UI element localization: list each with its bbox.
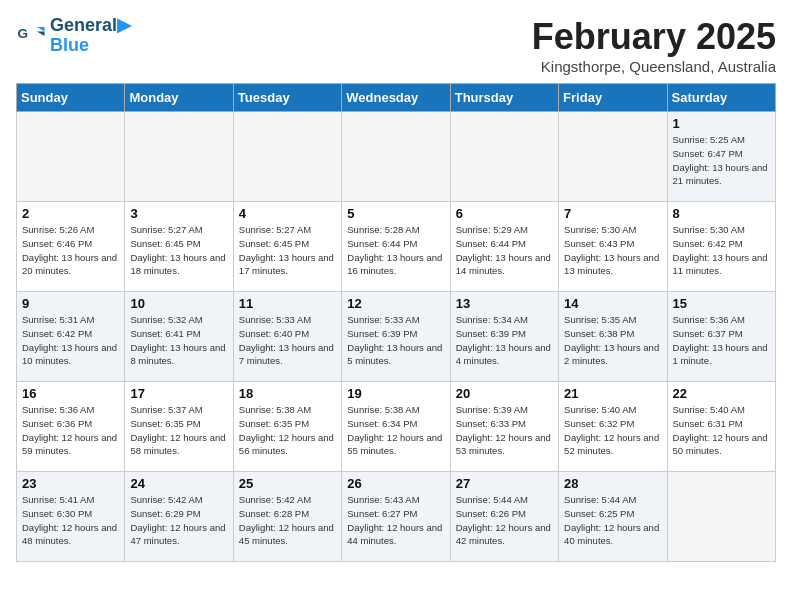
calendar-cell: 13Sunrise: 5:34 AM Sunset: 6:39 PM Dayli… (450, 292, 558, 382)
calendar-cell (559, 112, 667, 202)
calendar-week-row: 16Sunrise: 5:36 AM Sunset: 6:36 PM Dayli… (17, 382, 776, 472)
day-number: 10 (130, 296, 227, 311)
calendar-cell: 27Sunrise: 5:44 AM Sunset: 6:26 PM Dayli… (450, 472, 558, 562)
month-title: February 2025 (532, 16, 776, 58)
day-number: 23 (22, 476, 119, 491)
calendar-cell: 16Sunrise: 5:36 AM Sunset: 6:36 PM Dayli… (17, 382, 125, 472)
calendar-cell: 24Sunrise: 5:42 AM Sunset: 6:29 PM Dayli… (125, 472, 233, 562)
day-number: 9 (22, 296, 119, 311)
header-day-friday: Friday (559, 84, 667, 112)
calendar-cell: 17Sunrise: 5:37 AM Sunset: 6:35 PM Dayli… (125, 382, 233, 472)
calendar-cell: 5Sunrise: 5:28 AM Sunset: 6:44 PM Daylig… (342, 202, 450, 292)
day-number: 8 (673, 206, 770, 221)
day-number: 1 (673, 116, 770, 131)
calendar-cell: 2Sunrise: 5:26 AM Sunset: 6:46 PM Daylig… (17, 202, 125, 292)
day-number: 27 (456, 476, 553, 491)
day-info: Sunrise: 5:28 AM Sunset: 6:44 PM Dayligh… (347, 223, 444, 278)
calendar-cell: 4Sunrise: 5:27 AM Sunset: 6:45 PM Daylig… (233, 202, 341, 292)
header-day-thursday: Thursday (450, 84, 558, 112)
day-info: Sunrise: 5:44 AM Sunset: 6:26 PM Dayligh… (456, 493, 553, 548)
calendar-cell: 22Sunrise: 5:40 AM Sunset: 6:31 PM Dayli… (667, 382, 775, 472)
logo-icon: G (16, 21, 46, 51)
calendar-cell: 11Sunrise: 5:33 AM Sunset: 6:40 PM Dayli… (233, 292, 341, 382)
calendar-week-row: 23Sunrise: 5:41 AM Sunset: 6:30 PM Dayli… (17, 472, 776, 562)
day-info: Sunrise: 5:33 AM Sunset: 6:40 PM Dayligh… (239, 313, 336, 368)
day-info: Sunrise: 5:25 AM Sunset: 6:47 PM Dayligh… (673, 133, 770, 188)
calendar-cell: 1Sunrise: 5:25 AM Sunset: 6:47 PM Daylig… (667, 112, 775, 202)
calendar-cell: 12Sunrise: 5:33 AM Sunset: 6:39 PM Dayli… (342, 292, 450, 382)
day-number: 24 (130, 476, 227, 491)
day-info: Sunrise: 5:42 AM Sunset: 6:29 PM Dayligh… (130, 493, 227, 548)
day-number: 16 (22, 386, 119, 401)
calendar-cell: 28Sunrise: 5:44 AM Sunset: 6:25 PM Dayli… (559, 472, 667, 562)
day-info: Sunrise: 5:30 AM Sunset: 6:43 PM Dayligh… (564, 223, 661, 278)
day-info: Sunrise: 5:32 AM Sunset: 6:41 PM Dayligh… (130, 313, 227, 368)
logo-text-line2: Blue (50, 36, 131, 56)
calendar-cell (450, 112, 558, 202)
calendar-header-row: SundayMondayTuesdayWednesdayThursdayFrid… (17, 84, 776, 112)
calendar-cell: 26Sunrise: 5:43 AM Sunset: 6:27 PM Dayli… (342, 472, 450, 562)
day-number: 5 (347, 206, 444, 221)
calendar-cell: 20Sunrise: 5:39 AM Sunset: 6:33 PM Dayli… (450, 382, 558, 472)
day-info: Sunrise: 5:41 AM Sunset: 6:30 PM Dayligh… (22, 493, 119, 548)
calendar-cell: 15Sunrise: 5:36 AM Sunset: 6:37 PM Dayli… (667, 292, 775, 382)
day-number: 22 (673, 386, 770, 401)
day-info: Sunrise: 5:27 AM Sunset: 6:45 PM Dayligh… (239, 223, 336, 278)
day-info: Sunrise: 5:39 AM Sunset: 6:33 PM Dayligh… (456, 403, 553, 458)
day-info: Sunrise: 5:38 AM Sunset: 6:34 PM Dayligh… (347, 403, 444, 458)
day-number: 6 (456, 206, 553, 221)
calendar-cell (233, 112, 341, 202)
header-day-tuesday: Tuesday (233, 84, 341, 112)
calendar-cell (667, 472, 775, 562)
header-day-wednesday: Wednesday (342, 84, 450, 112)
day-info: Sunrise: 5:43 AM Sunset: 6:27 PM Dayligh… (347, 493, 444, 548)
calendar-cell: 18Sunrise: 5:38 AM Sunset: 6:35 PM Dayli… (233, 382, 341, 472)
day-number: 13 (456, 296, 553, 311)
header-day-monday: Monday (125, 84, 233, 112)
calendar-cell: 10Sunrise: 5:32 AM Sunset: 6:41 PM Dayli… (125, 292, 233, 382)
day-number: 28 (564, 476, 661, 491)
day-number: 18 (239, 386, 336, 401)
logo-text-line1: General▶ (50, 16, 131, 36)
day-info: Sunrise: 5:26 AM Sunset: 6:46 PM Dayligh… (22, 223, 119, 278)
day-number: 26 (347, 476, 444, 491)
calendar-cell: 25Sunrise: 5:42 AM Sunset: 6:28 PM Dayli… (233, 472, 341, 562)
location-subtitle: Kingsthorpe, Queensland, Australia (532, 58, 776, 75)
day-info: Sunrise: 5:31 AM Sunset: 6:42 PM Dayligh… (22, 313, 119, 368)
day-number: 17 (130, 386, 227, 401)
day-number: 25 (239, 476, 336, 491)
calendar-week-row: 2Sunrise: 5:26 AM Sunset: 6:46 PM Daylig… (17, 202, 776, 292)
day-info: Sunrise: 5:27 AM Sunset: 6:45 PM Dayligh… (130, 223, 227, 278)
day-info: Sunrise: 5:29 AM Sunset: 6:44 PM Dayligh… (456, 223, 553, 278)
day-number: 4 (239, 206, 336, 221)
calendar-cell (17, 112, 125, 202)
day-number: 20 (456, 386, 553, 401)
calendar-cell: 9Sunrise: 5:31 AM Sunset: 6:42 PM Daylig… (17, 292, 125, 382)
calendar-week-row: 9Sunrise: 5:31 AM Sunset: 6:42 PM Daylig… (17, 292, 776, 382)
svg-text:G: G (18, 25, 29, 40)
logo: G General▶ Blue (16, 16, 131, 56)
day-number: 19 (347, 386, 444, 401)
calendar-cell: 6Sunrise: 5:29 AM Sunset: 6:44 PM Daylig… (450, 202, 558, 292)
calendar-cell: 19Sunrise: 5:38 AM Sunset: 6:34 PM Dayli… (342, 382, 450, 472)
svg-marker-1 (37, 27, 45, 32)
header-day-sunday: Sunday (17, 84, 125, 112)
day-info: Sunrise: 5:42 AM Sunset: 6:28 PM Dayligh… (239, 493, 336, 548)
calendar-table: SundayMondayTuesdayWednesdayThursdayFrid… (16, 83, 776, 562)
calendar-cell: 23Sunrise: 5:41 AM Sunset: 6:30 PM Dayli… (17, 472, 125, 562)
header-day-saturday: Saturday (667, 84, 775, 112)
day-info: Sunrise: 5:36 AM Sunset: 6:36 PM Dayligh… (22, 403, 119, 458)
calendar-week-row: 1Sunrise: 5:25 AM Sunset: 6:47 PM Daylig… (17, 112, 776, 202)
day-info: Sunrise: 5:37 AM Sunset: 6:35 PM Dayligh… (130, 403, 227, 458)
calendar-cell (125, 112, 233, 202)
day-number: 21 (564, 386, 661, 401)
day-info: Sunrise: 5:40 AM Sunset: 6:31 PM Dayligh… (673, 403, 770, 458)
day-number: 14 (564, 296, 661, 311)
calendar-cell (342, 112, 450, 202)
svg-marker-2 (37, 31, 45, 36)
day-number: 2 (22, 206, 119, 221)
calendar-cell: 14Sunrise: 5:35 AM Sunset: 6:38 PM Dayli… (559, 292, 667, 382)
day-info: Sunrise: 5:36 AM Sunset: 6:37 PM Dayligh… (673, 313, 770, 368)
calendar-cell: 21Sunrise: 5:40 AM Sunset: 6:32 PM Dayli… (559, 382, 667, 472)
day-info: Sunrise: 5:44 AM Sunset: 6:25 PM Dayligh… (564, 493, 661, 548)
